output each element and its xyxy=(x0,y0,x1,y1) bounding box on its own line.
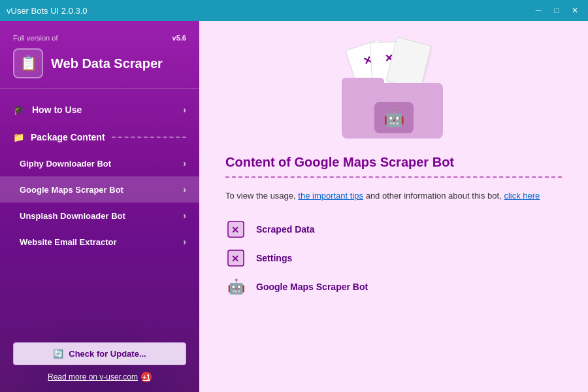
content-item-bot[interactable]: 🤖 Google Maps Scraper Bot xyxy=(225,276,562,297)
window-controls: ─ □ ✕ xyxy=(532,4,581,17)
app-logo-row: 📋 Web Data Scraper xyxy=(13,48,186,78)
app-logo-icon: 📋 xyxy=(13,48,43,78)
package-content-label: Package Content xyxy=(31,132,105,142)
sidebar-bottom: 🔄 Check for Update... Read more on v-use… xyxy=(0,333,199,392)
content-items-list: ✕ Scraped Data ✕ Settings 🤖 xyxy=(225,219,562,297)
check-update-button[interactable]: 🔄 Check for Update... xyxy=(13,342,186,365)
excel-svg: ✕ xyxy=(227,220,245,238)
app-body: Full version of v5.6 📋 Web Data Scraper … xyxy=(0,21,588,392)
check-update-label: Check for Update... xyxy=(69,349,146,359)
divider-line xyxy=(112,137,186,138)
folder-icon: 📁 xyxy=(13,132,24,142)
scraped-data-label: Scraped Data xyxy=(256,224,314,235)
sidebar-item-unsplash[interactable]: Unsplash Downloader Bot › xyxy=(0,203,199,229)
excel-svg-2: ✕ xyxy=(227,249,245,267)
folder-illustration: ✕ ✕ 🤖 xyxy=(335,41,453,139)
content-description: To view the usage, the important tips an… xyxy=(225,189,562,203)
robot-hand: 🤖 xyxy=(374,102,414,133)
chevron-icon: › xyxy=(183,105,186,115)
full-version-row: Full version of v5.6 xyxy=(13,34,186,42)
close-button[interactable]: ✕ xyxy=(568,4,581,17)
settings-label: Settings xyxy=(256,253,292,263)
click-here-link[interactable]: click here xyxy=(504,191,540,201)
content-divider xyxy=(225,176,562,178)
sidebar-item-how-to-use[interactable]: 🎓 How to Use › xyxy=(0,95,199,124)
excel-icon-scraped: ✕ xyxy=(225,219,246,240)
notification-badge: +1 xyxy=(141,372,152,382)
desc-pre: To view the usage, xyxy=(225,191,296,201)
refresh-icon: 🔄 xyxy=(53,349,63,359)
svg-text:✕: ✕ xyxy=(231,225,239,235)
hero-image: ✕ ✕ 🤖 xyxy=(225,41,562,139)
how-to-use-label: How to Use xyxy=(32,105,82,115)
chevron-icon: › xyxy=(183,210,186,221)
title-bar: vUser Bots UI 2.0.3.0 ─ □ ✕ xyxy=(0,0,588,21)
unsplash-label: Unsplash Downloader Bot xyxy=(20,211,125,221)
email-extractor-label: Website Email Extractor xyxy=(20,237,117,247)
sidebar-header: Full version of v5.6 📋 Web Data Scraper xyxy=(0,21,199,89)
sidebar-item-email-extractor[interactable]: Website Email Extractor › xyxy=(0,229,199,255)
sidebar-item-giphy[interactable]: Giphy Downloader Bot › xyxy=(0,150,199,176)
package-content-header: 📁 Package Content xyxy=(0,124,199,150)
giphy-label: Giphy Downloader Bot xyxy=(20,159,111,169)
how-to-use-icon: 🎓 xyxy=(13,105,24,115)
sidebar: Full version of v5.6 📋 Web Data Scraper … xyxy=(0,21,199,392)
desc-mid2: and other information about this bot, xyxy=(366,191,502,201)
bot-label: Google Maps Scraper Bot xyxy=(256,282,368,292)
chevron-icon: › xyxy=(183,158,186,169)
bot-icon: 🤖 xyxy=(225,276,246,297)
svg-text:✕: ✕ xyxy=(231,253,239,264)
app-title-text: Web Data Scraper xyxy=(51,56,163,71)
read-more-link[interactable]: Read more on v-user.com +1 xyxy=(13,372,186,382)
bot-emoji: 🤖 xyxy=(227,278,245,295)
minimize-button[interactable]: ─ xyxy=(532,4,545,17)
sidebar-item-google-maps[interactable]: Google Maps Scraper Bot › xyxy=(0,176,199,203)
folder-tab xyxy=(342,78,384,90)
maximize-button[interactable]: □ xyxy=(550,4,563,17)
logo-emoji: 📋 xyxy=(20,55,37,72)
content-item-settings[interactable]: ✕ Settings xyxy=(225,248,562,269)
important-tips-link[interactable]: the important tips xyxy=(298,191,363,201)
nav-section: 🎓 How to Use › 📁 Package Content Giphy D… xyxy=(0,89,199,261)
chevron-icon: › xyxy=(183,184,186,195)
app-title: vUser Bots UI 2.0.3.0 xyxy=(7,6,88,16)
content-title: Content of Google Maps Scraper Bot xyxy=(225,155,562,170)
excel-icon-settings: ✕ xyxy=(225,248,246,269)
main-content: ✕ ✕ 🤖 Content of Google Maps Scraper Bot xyxy=(199,21,588,392)
version-number: v5.6 xyxy=(172,34,186,42)
read-more-text: Read more on v-user.com xyxy=(48,372,138,382)
full-version-label: Full version of xyxy=(13,34,57,42)
google-maps-label: Google Maps Scraper Bot xyxy=(20,185,123,195)
content-item-scraped-data[interactable]: ✕ Scraped Data xyxy=(225,219,562,240)
chevron-icon: › xyxy=(183,237,186,247)
